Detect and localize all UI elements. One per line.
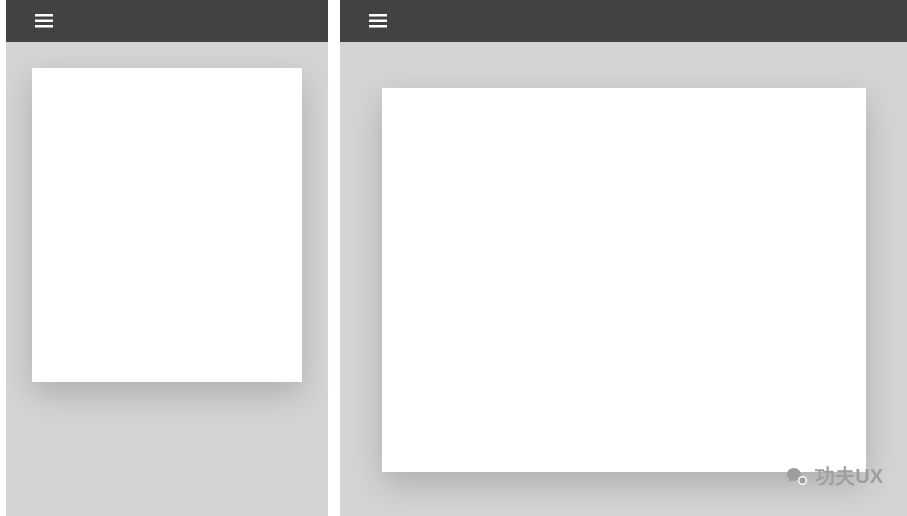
panel-right	[340, 0, 907, 516]
menu-button-right[interactable]	[368, 11, 388, 31]
panel-body-left	[6, 42, 328, 516]
stage: 功夫UX	[0, 0, 907, 516]
content-card-right	[382, 88, 866, 472]
menu-button-left[interactable]	[34, 11, 54, 31]
panel-body-right	[340, 42, 907, 516]
svg-rect-3	[369, 14, 387, 17]
panel-left	[6, 0, 328, 516]
svg-rect-5	[369, 25, 387, 28]
header-bar-left	[6, 0, 328, 42]
content-card-left	[32, 68, 302, 382]
svg-rect-2	[35, 25, 53, 28]
svg-rect-4	[369, 20, 387, 23]
header-bar-right	[340, 0, 907, 42]
svg-rect-1	[35, 20, 53, 23]
menu-icon	[35, 14, 53, 28]
svg-rect-0	[35, 14, 53, 17]
menu-icon	[369, 14, 387, 28]
